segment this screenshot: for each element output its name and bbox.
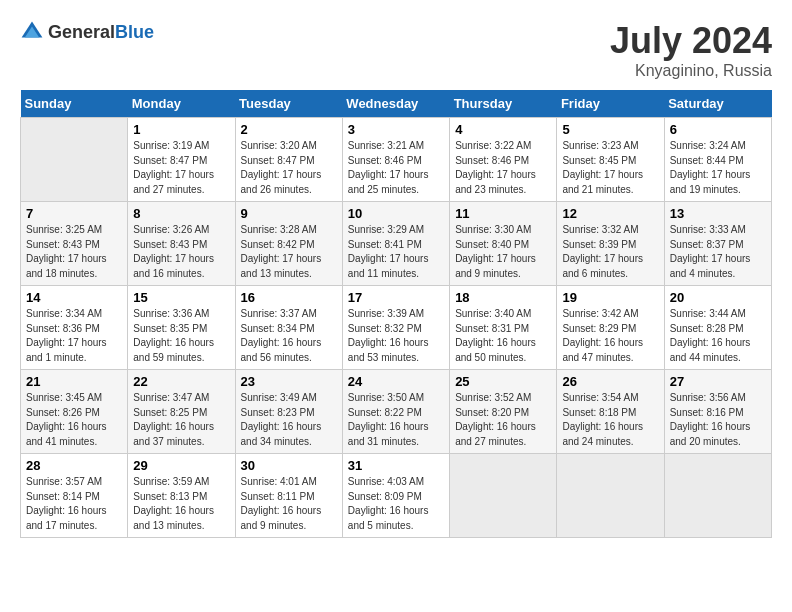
calendar-cell: 2Sunrise: 3:20 AMSunset: 8:47 PMDaylight… [235,118,342,202]
calendar-cell: 3Sunrise: 3:21 AMSunset: 8:46 PMDaylight… [342,118,449,202]
day-number: 31 [348,458,444,473]
day-number: 27 [670,374,766,389]
month-title: July 2024 [610,20,772,62]
logo-general: General [48,22,115,42]
day-number: 11 [455,206,551,221]
col-friday: Friday [557,90,664,118]
day-info: Sunrise: 3:28 AMSunset: 8:42 PMDaylight:… [241,223,337,281]
day-info: Sunrise: 3:34 AMSunset: 8:36 PMDaylight:… [26,307,122,365]
logo-text: GeneralBlue [48,22,154,43]
calendar-cell: 7Sunrise: 3:25 AMSunset: 8:43 PMDaylight… [21,202,128,286]
day-info: Sunrise: 4:03 AMSunset: 8:09 PMDaylight:… [348,475,444,533]
day-number: 19 [562,290,658,305]
day-number: 17 [348,290,444,305]
col-monday: Monday [128,90,235,118]
calendar-cell: 18Sunrise: 3:40 AMSunset: 8:31 PMDayligh… [450,286,557,370]
logo-icon [20,20,44,44]
day-info: Sunrise: 3:26 AMSunset: 8:43 PMDaylight:… [133,223,229,281]
calendar-cell: 13Sunrise: 3:33 AMSunset: 8:37 PMDayligh… [664,202,771,286]
day-number: 8 [133,206,229,221]
calendar-cell: 4Sunrise: 3:22 AMSunset: 8:46 PMDaylight… [450,118,557,202]
day-info: Sunrise: 3:42 AMSunset: 8:29 PMDaylight:… [562,307,658,365]
day-info: Sunrise: 3:36 AMSunset: 8:35 PMDaylight:… [133,307,229,365]
day-info: Sunrise: 3:57 AMSunset: 8:14 PMDaylight:… [26,475,122,533]
day-info: Sunrise: 3:50 AMSunset: 8:22 PMDaylight:… [348,391,444,449]
day-info: Sunrise: 3:23 AMSunset: 8:45 PMDaylight:… [562,139,658,197]
calendar-cell: 27Sunrise: 3:56 AMSunset: 8:16 PMDayligh… [664,370,771,454]
day-number: 14 [26,290,122,305]
day-number: 6 [670,122,766,137]
calendar-cell: 14Sunrise: 3:34 AMSunset: 8:36 PMDayligh… [21,286,128,370]
calendar-cell: 26Sunrise: 3:54 AMSunset: 8:18 PMDayligh… [557,370,664,454]
day-number: 28 [26,458,122,473]
calendar-week-5: 28Sunrise: 3:57 AMSunset: 8:14 PMDayligh… [21,454,772,538]
day-info: Sunrise: 3:25 AMSunset: 8:43 PMDaylight:… [26,223,122,281]
day-number: 24 [348,374,444,389]
day-info: Sunrise: 3:19 AMSunset: 8:47 PMDaylight:… [133,139,229,197]
calendar-cell: 28Sunrise: 3:57 AMSunset: 8:14 PMDayligh… [21,454,128,538]
day-number: 16 [241,290,337,305]
calendar-cell: 31Sunrise: 4:03 AMSunset: 8:09 PMDayligh… [342,454,449,538]
calendar-cell: 15Sunrise: 3:36 AMSunset: 8:35 PMDayligh… [128,286,235,370]
calendar-cell: 10Sunrise: 3:29 AMSunset: 8:41 PMDayligh… [342,202,449,286]
day-number: 5 [562,122,658,137]
calendar-cell: 22Sunrise: 3:47 AMSunset: 8:25 PMDayligh… [128,370,235,454]
calendar-table: Sunday Monday Tuesday Wednesday Thursday… [20,90,772,538]
day-info: Sunrise: 3:21 AMSunset: 8:46 PMDaylight:… [348,139,444,197]
day-info: Sunrise: 3:33 AMSunset: 8:37 PMDaylight:… [670,223,766,281]
col-tuesday: Tuesday [235,90,342,118]
day-number: 2 [241,122,337,137]
day-info: Sunrise: 3:20 AMSunset: 8:47 PMDaylight:… [241,139,337,197]
day-number: 9 [241,206,337,221]
day-number: 30 [241,458,337,473]
logo: GeneralBlue [20,20,154,44]
day-number: 7 [26,206,122,221]
day-info: Sunrise: 4:01 AMSunset: 8:11 PMDaylight:… [241,475,337,533]
day-number: 10 [348,206,444,221]
day-number: 25 [455,374,551,389]
day-number: 26 [562,374,658,389]
day-number: 3 [348,122,444,137]
col-wednesday: Wednesday [342,90,449,118]
calendar-cell: 11Sunrise: 3:30 AMSunset: 8:40 PMDayligh… [450,202,557,286]
calendar-cell: 24Sunrise: 3:50 AMSunset: 8:22 PMDayligh… [342,370,449,454]
logo-blue: Blue [115,22,154,42]
day-number: 13 [670,206,766,221]
calendar-cell: 1Sunrise: 3:19 AMSunset: 8:47 PMDaylight… [128,118,235,202]
calendar-cell: 17Sunrise: 3:39 AMSunset: 8:32 PMDayligh… [342,286,449,370]
calendar-week-2: 7Sunrise: 3:25 AMSunset: 8:43 PMDaylight… [21,202,772,286]
day-info: Sunrise: 3:32 AMSunset: 8:39 PMDaylight:… [562,223,658,281]
calendar-cell: 12Sunrise: 3:32 AMSunset: 8:39 PMDayligh… [557,202,664,286]
calendar-cell: 5Sunrise: 3:23 AMSunset: 8:45 PMDaylight… [557,118,664,202]
day-info: Sunrise: 3:54 AMSunset: 8:18 PMDaylight:… [562,391,658,449]
calendar-cell: 25Sunrise: 3:52 AMSunset: 8:20 PMDayligh… [450,370,557,454]
day-info: Sunrise: 3:52 AMSunset: 8:20 PMDaylight:… [455,391,551,449]
calendar-cell: 23Sunrise: 3:49 AMSunset: 8:23 PMDayligh… [235,370,342,454]
calendar-cell [21,118,128,202]
day-info: Sunrise: 3:47 AMSunset: 8:25 PMDaylight:… [133,391,229,449]
day-number: 18 [455,290,551,305]
location-title: Knyaginino, Russia [610,62,772,80]
day-number: 21 [26,374,122,389]
day-number: 4 [455,122,551,137]
calendar-week-1: 1Sunrise: 3:19 AMSunset: 8:47 PMDaylight… [21,118,772,202]
day-number: 12 [562,206,658,221]
calendar-cell: 29Sunrise: 3:59 AMSunset: 8:13 PMDayligh… [128,454,235,538]
calendar-cell: 20Sunrise: 3:44 AMSunset: 8:28 PMDayligh… [664,286,771,370]
day-info: Sunrise: 3:37 AMSunset: 8:34 PMDaylight:… [241,307,337,365]
header-row: Sunday Monday Tuesday Wednesday Thursday… [21,90,772,118]
col-thursday: Thursday [450,90,557,118]
col-saturday: Saturday [664,90,771,118]
calendar-cell: 30Sunrise: 4:01 AMSunset: 8:11 PMDayligh… [235,454,342,538]
calendar-cell: 19Sunrise: 3:42 AMSunset: 8:29 PMDayligh… [557,286,664,370]
calendar-week-4: 21Sunrise: 3:45 AMSunset: 8:26 PMDayligh… [21,370,772,454]
calendar-cell: 6Sunrise: 3:24 AMSunset: 8:44 PMDaylight… [664,118,771,202]
calendar-cell [664,454,771,538]
calendar-cell [450,454,557,538]
day-info: Sunrise: 3:24 AMSunset: 8:44 PMDaylight:… [670,139,766,197]
day-info: Sunrise: 3:56 AMSunset: 8:16 PMDaylight:… [670,391,766,449]
calendar-cell [557,454,664,538]
day-number: 15 [133,290,229,305]
calendar-cell: 16Sunrise: 3:37 AMSunset: 8:34 PMDayligh… [235,286,342,370]
day-number: 29 [133,458,229,473]
